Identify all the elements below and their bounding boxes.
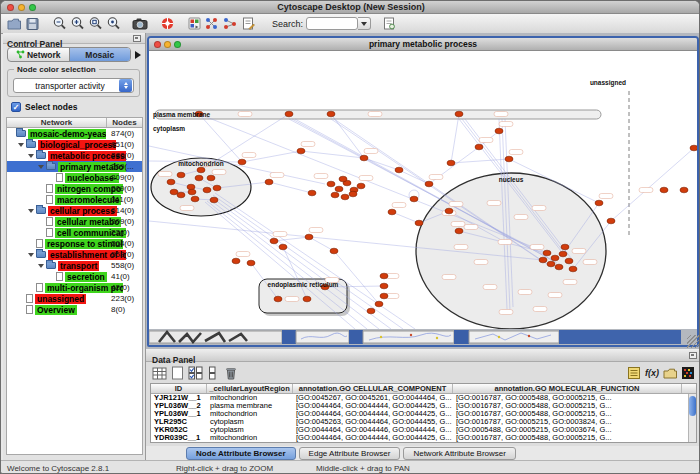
tree-item-secretion[interactable]: secretion41(0) xyxy=(7,271,142,282)
column-header[interactable]: _cellularLayoutRegion xyxy=(207,384,293,393)
select-nodes-option[interactable]: ✓ Select nodes xyxy=(11,102,77,112)
network-node[interactable] xyxy=(690,145,697,151)
network-node[interactable] xyxy=(191,196,199,202)
network-node[interactable] xyxy=(455,111,463,117)
table-cell[interactable]: cytoplasm xyxy=(207,426,293,434)
attribute-editor-icon[interactable] xyxy=(625,365,643,381)
network-node[interactable] xyxy=(660,187,668,193)
more-tabs-arrow-icon[interactable] xyxy=(135,51,141,59)
network-node[interactable] xyxy=(425,181,433,187)
table-row[interactable]: YKR052Ccytoplasm[GO:0044464, GO:0044446,… xyxy=(151,426,696,434)
network-node[interactable] xyxy=(380,273,388,279)
network-node[interactable] xyxy=(505,156,513,162)
tree-item-cellular-process[interactable]: cellular process614(0) xyxy=(7,205,142,216)
zoom-selected-region-icon[interactable] xyxy=(86,15,104,32)
network-window-titlebar[interactable]: primary metabolic process xyxy=(149,38,697,51)
network-node[interactable] xyxy=(455,228,463,234)
save-session-icon[interactable] xyxy=(23,15,41,32)
network-node[interactable] xyxy=(569,266,577,272)
tab-edge-attribute-browser[interactable]: Edge Attribute Browser xyxy=(299,447,401,460)
attribute-grid-icon[interactable] xyxy=(150,365,168,381)
network-node[interactable] xyxy=(495,128,503,134)
table-scrollbar-thumb[interactable] xyxy=(689,396,696,416)
table-cell[interactable]: [GO:0016787, GO:0005488, GO:0005215, G..… xyxy=(453,434,682,442)
tree-item-transport[interactable]: transport558(0) xyxy=(7,260,142,271)
network-node[interactable] xyxy=(177,172,185,178)
network-node[interactable] xyxy=(331,192,339,198)
float-panel-icon[interactable] xyxy=(133,35,141,42)
network-node[interactable] xyxy=(395,167,403,173)
table-cell[interactable]: YLR295C xyxy=(151,418,207,426)
network-node[interactable] xyxy=(475,144,483,150)
tree-item-metabolic-process[interactable]: metabolic process280(0) xyxy=(7,150,142,161)
tree-item-biological-process[interactable]: biological_process651(0) xyxy=(7,139,142,150)
network-node[interactable] xyxy=(203,187,211,193)
network-node[interactable] xyxy=(380,293,388,299)
column-header[interactable]: ID xyxy=(151,384,207,393)
table-cell[interactable]: [GO:0016787, GO:0005488, GO:0005215, G..… xyxy=(453,394,682,402)
table-cell[interactable]: [GO:0044464, GO:0044446, GO:0044444, G..… xyxy=(293,426,453,434)
zoom-in-icon[interactable] xyxy=(68,15,86,32)
network-node[interactable] xyxy=(279,244,287,250)
table-cell[interactable]: YPL036W__1 xyxy=(151,410,207,418)
apply-layout-icon[interactable] xyxy=(203,15,221,32)
network-node[interactable] xyxy=(285,111,293,117)
tab-node-attribute-browser[interactable]: Node Attribute Browser xyxy=(186,447,296,460)
network-node[interactable] xyxy=(330,248,338,254)
network-node[interactable] xyxy=(195,175,203,181)
tab-network-attribute-browser[interactable]: Network Attribute Browser xyxy=(403,447,515,460)
network-node[interactable] xyxy=(170,189,178,195)
table-cell[interactable]: [GO:0045263, GO:0044464, GO:0044455, G..… xyxy=(293,418,453,426)
table-cell[interactable]: cytoplasm xyxy=(207,418,293,426)
network-node[interactable] xyxy=(232,258,240,264)
network-node[interactable] xyxy=(551,255,559,261)
export-snapshot-icon[interactable] xyxy=(131,15,149,32)
network-node[interactable] xyxy=(565,258,573,264)
network-node[interactable] xyxy=(188,189,196,195)
zoom-out-icon[interactable] xyxy=(50,15,68,32)
network-node[interactable] xyxy=(375,301,383,307)
network-node[interactable] xyxy=(410,196,418,202)
unselect-attributes-icon[interactable] xyxy=(204,365,222,381)
network-node[interactable] xyxy=(555,264,563,270)
network-node[interactable] xyxy=(595,200,603,206)
table-row[interactable]: YDR039C__1mitochondrion[GO:0044464, GO:0… xyxy=(151,434,696,442)
expander-icon[interactable] xyxy=(18,143,24,147)
table-cell[interactable]: YPL036W__2 xyxy=(151,402,207,410)
network-node[interactable] xyxy=(339,176,347,182)
delete-attribute-icon[interactable] xyxy=(222,365,240,381)
network-node[interactable] xyxy=(447,160,455,166)
tree-item-overview[interactable]: Overview8(0) xyxy=(7,304,142,315)
table-cell[interactable]: [GO:0044464, GO:0044444, GO:0044425, G..… xyxy=(293,402,453,410)
table-cell[interactable]: [GO:0016787, GO:0005488, GO:0005215, G..… xyxy=(453,402,682,410)
network-node[interactable] xyxy=(327,111,335,117)
zoom-whole-network-icon[interactable] xyxy=(104,15,122,32)
network-node[interactable] xyxy=(360,155,368,161)
network-node[interactable] xyxy=(210,197,218,203)
table-cell[interactable]: [GO:0016787, GO:0005488, GO:0005215, G..… xyxy=(453,410,682,418)
network-node[interactable] xyxy=(547,261,555,267)
tree-item-response-to-stimulu[interactable]: response to stimulu264(0) xyxy=(7,238,142,249)
expander-icon[interactable] xyxy=(28,209,34,213)
network-node[interactable] xyxy=(380,283,388,289)
tree-item-unassigned[interactable]: unassigned223(0) xyxy=(7,293,142,304)
apply-vizmapper-icon[interactable] xyxy=(221,15,239,32)
network-node[interactable] xyxy=(341,194,349,200)
table-row[interactable]: YPL036W__1mitochondrion[GO:0044464, GO:0… xyxy=(151,410,696,418)
network-node[interactable] xyxy=(561,244,569,250)
network-node[interactable] xyxy=(539,257,547,263)
network-node[interactable] xyxy=(197,167,205,173)
table-cell[interactable]: [GO:0016787, GO:0005215, GO:0003824, G..… xyxy=(453,418,682,426)
network-node[interactable] xyxy=(367,308,375,314)
node-color-select[interactable]: transporter activity xyxy=(13,78,134,93)
table-cell[interactable]: YJR121W__1 xyxy=(151,394,207,402)
table-cell[interactable]: YKR052C xyxy=(151,426,207,434)
network-node[interactable] xyxy=(308,190,316,196)
network-node[interactable] xyxy=(327,181,335,187)
search-dropdown-button[interactable] xyxy=(358,17,371,30)
network-node[interactable] xyxy=(357,183,365,189)
matrix-view-icon[interactable] xyxy=(679,365,697,381)
network-node[interactable] xyxy=(297,148,305,154)
network-node[interactable] xyxy=(559,251,567,257)
table-row[interactable]: YPL036W__2plasma membrane[GO:0044464, GO… xyxy=(151,402,696,410)
